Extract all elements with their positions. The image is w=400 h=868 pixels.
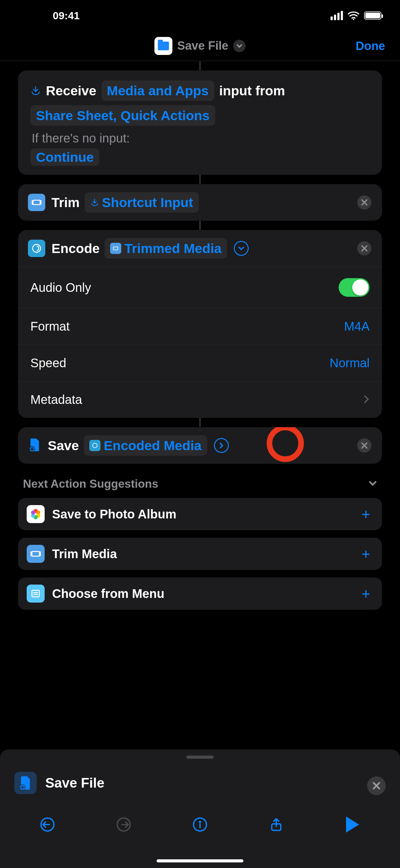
- encoded-media-icon: [92, 442, 98, 449]
- encode-action-card: Encode Trimmed Media Audio Only Format: [18, 230, 382, 418]
- delete-save-button[interactable]: [357, 438, 371, 453]
- redo-button: [114, 815, 134, 834]
- no-input-label: If there's no input:: [30, 131, 370, 145]
- chevron-down-icon: [368, 477, 377, 491]
- expand-save-button[interactable]: [214, 438, 229, 453]
- chevron-right-icon: [363, 393, 370, 407]
- nav-bar: Save File Done: [0, 31, 400, 61]
- nav-title-group[interactable]: Save File: [155, 37, 246, 55]
- input-source-token[interactable]: Share Sheet, Quick Actions: [30, 105, 215, 126]
- shortcut-input-icon: [90, 198, 99, 207]
- done-button[interactable]: Done: [356, 39, 385, 53]
- delete-trim-button[interactable]: [357, 195, 371, 210]
- encode-app-icon: [28, 240, 45, 257]
- trim-media-icon: [27, 545, 45, 563]
- suggestions-header[interactable]: Next Action Suggestions: [18, 464, 382, 498]
- chevron-down-icon[interactable]: [233, 40, 245, 52]
- run-button[interactable]: [343, 815, 363, 834]
- status-bar: 09:41: [0, 0, 400, 31]
- editor-toolbar: [0, 807, 400, 868]
- nav-title: Save File: [177, 39, 229, 53]
- add-suggestion-button[interactable]: +: [362, 585, 373, 602]
- suggestion-choose-menu[interactable]: Choose from Menu +: [18, 578, 382, 610]
- trim-action-card: Trim Shortcut Input: [18, 184, 382, 221]
- svg-point-11: [31, 511, 35, 515]
- battery-icon: [364, 11, 381, 20]
- svg-rect-1: [33, 200, 40, 205]
- suggestion-trim-media[interactable]: Trim Media +: [18, 538, 382, 570]
- encode-label: Encode: [52, 239, 100, 257]
- metadata-row[interactable]: Metadata: [18, 381, 382, 418]
- home-indicator[interactable]: [157, 859, 243, 862]
- bottom-sheet[interactable]: Save File: [0, 749, 400, 868]
- trimmed-media-icon: [112, 245, 119, 252]
- status-time: 09:41: [53, 10, 80, 22]
- suggestion-save-photo[interactable]: Save to Photo Album +: [18, 498, 382, 530]
- tutorial-highlight-ring: [267, 427, 304, 462]
- wifi-icon: [347, 11, 360, 20]
- trim-label: Trim: [52, 193, 80, 211]
- choose-menu-icon: [27, 585, 45, 602]
- svg-point-18: [199, 822, 200, 823]
- svg-point-5: [93, 443, 97, 448]
- save-label: Save: [48, 436, 79, 455]
- play-icon: [346, 816, 359, 833]
- info-button[interactable]: [190, 815, 210, 834]
- photos-app-icon: [27, 505, 45, 523]
- add-suggestion-button[interactable]: +: [362, 506, 373, 523]
- save-action-card: Save Encoded Media: [18, 427, 382, 464]
- audio-only-toggle[interactable]: [339, 278, 370, 297]
- svg-rect-3: [113, 247, 118, 250]
- undo-button[interactable]: [37, 815, 57, 834]
- collapse-encode-button[interactable]: [234, 241, 249, 256]
- sheet-grabber[interactable]: [186, 755, 214, 759]
- trim-input-token[interactable]: Shortcut Input: [85, 192, 199, 213]
- fallback-token[interactable]: Continue: [30, 148, 99, 166]
- svg-point-0: [353, 19, 354, 20]
- audio-only-row: Audio Only: [18, 267, 382, 308]
- format-row[interactable]: Format M4A: [18, 308, 382, 345]
- trim-app-icon: [28, 194, 45, 211]
- speed-row[interactable]: Speed Normal: [18, 345, 382, 381]
- speed-value: Normal: [330, 356, 370, 370]
- svg-rect-12: [32, 552, 39, 556]
- share-button[interactable]: [266, 815, 286, 834]
- receive-word: Receive: [46, 82, 96, 100]
- save-input-token[interactable]: Encoded Media: [84, 435, 207, 456]
- folder-app-icon: [155, 37, 172, 55]
- input-type-token[interactable]: Media and Apps: [101, 81, 214, 101]
- close-sheet-button[interactable]: [367, 776, 386, 795]
- format-value: M4A: [344, 319, 370, 333]
- svg-rect-13: [32, 590, 39, 597]
- save-file-icon: [28, 437, 41, 454]
- cell-signal-icon: [331, 11, 343, 20]
- sheet-title: Save File: [45, 775, 104, 791]
- receive-word2: input from: [219, 82, 285, 100]
- receive-input-icon: [30, 85, 41, 96]
- add-suggestion-button[interactable]: +: [362, 546, 373, 562]
- delete-encode-button[interactable]: [357, 241, 371, 255]
- encode-input-token[interactable]: Trimmed Media: [104, 238, 227, 258]
- receive-action-card: Receive Media and Apps input from Share …: [18, 70, 382, 175]
- save-file-sheet-icon: [14, 772, 37, 794]
- svg-point-2: [33, 244, 41, 252]
